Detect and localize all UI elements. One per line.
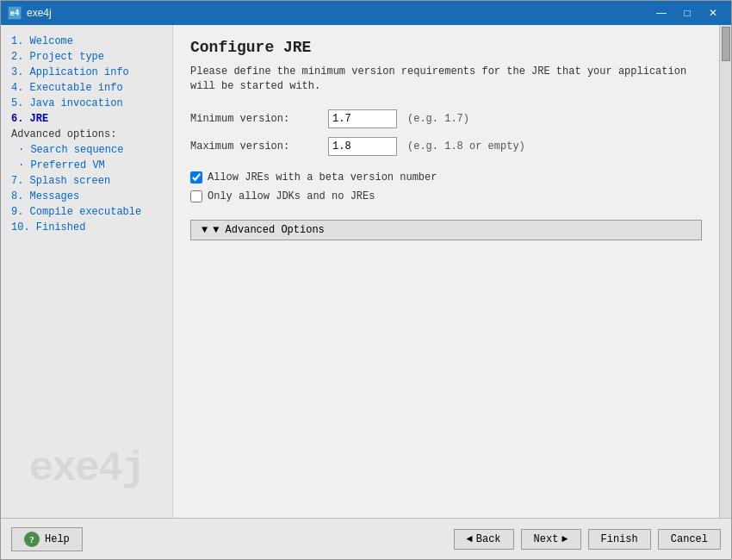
only-jdk-label: Only allow JDKs and no JREs <box>208 190 375 202</box>
window-controls: — □ ✕ <box>650 4 724 22</box>
sidebar-item-compile-executable[interactable]: 9. Compile executable <box>1 204 172 220</box>
sidebar-item-finished[interactable]: 10. Finished <box>1 220 172 235</box>
help-label: Help <box>45 533 70 545</box>
main-window: e4 exe4j — □ ✕ 1. Welcome 2. Project typ… <box>0 0 732 560</box>
sidebar-item-messages[interactable]: 8. Messages <box>1 189 172 204</box>
sidebar-item-search-sequence[interactable]: · Search sequence <box>1 142 172 158</box>
app-icon: e4 <box>8 6 22 20</box>
sidebar-item-jre[interactable]: 6. JRE <box>1 111 172 127</box>
sidebar-item-preferred-vm[interactable]: · Preferred VM <box>1 158 172 173</box>
advanced-options-button[interactable]: ▼ ▼ Advanced Options <box>190 220 702 240</box>
allow-beta-checkbox[interactable] <box>190 171 202 184</box>
sidebar-item-application-info[interactable]: 3. Application info <box>1 65 172 80</box>
sidebar-watermark: exe4j <box>28 445 144 492</box>
next-label: Next <box>534 533 559 545</box>
minimum-version-input[interactable] <box>328 109 397 128</box>
help-button[interactable]: ? Help <box>11 527 83 551</box>
scroll-thumb[interactable] <box>722 27 730 61</box>
sidebar-item-welcome[interactable]: 1. Welcome <box>1 34 172 49</box>
sidebar-item-project-type[interactable]: 2. Project type <box>1 49 172 65</box>
advanced-options-chevron-icon: ▼ <box>202 224 208 236</box>
minimum-version-label: Minimum version: <box>190 113 328 125</box>
advanced-options-label: ▼ Advanced Options <box>213 224 325 236</box>
back-label: Back <box>476 533 501 545</box>
maximum-version-row: Maximum version: (e.g. 1.8 or empty) <box>190 137 702 156</box>
page-title: Configure JRE <box>190 39 702 56</box>
window-title: exe4j <box>27 7 650 19</box>
back-button[interactable]: ◄ Back <box>454 529 514 550</box>
maximum-version-input[interactable] <box>328 137 397 156</box>
maximize-button[interactable]: □ <box>676 4 698 22</box>
maximum-version-hint: (e.g. 1.8 or empty) <box>407 140 525 152</box>
only-jdk-checkbox[interactable] <box>190 190 202 202</box>
sidebar-item-executable-info[interactable]: 4. Executable info <box>1 80 172 96</box>
minimum-version-hint: (e.g. 1.7) <box>407 113 469 125</box>
footer: ? Help ◄ Back Next ► Finish Cancel <box>1 518 731 559</box>
cancel-button[interactable]: Cancel <box>658 529 721 550</box>
sidebar-item-splash-screen[interactable]: 7. Splash screen <box>1 173 172 189</box>
allow-beta-row: Allow JREs with a beta version number <box>190 171 702 184</box>
only-jdk-row: Only allow JDKs and no JREs <box>190 190 702 202</box>
sidebar-item-java-invocation[interactable]: 5. Java invocation <box>1 96 172 111</box>
back-icon: ◄ <box>467 533 473 545</box>
finish-button[interactable]: Finish <box>588 529 651 550</box>
sidebar-advanced-options-label: Advanced options: <box>1 127 172 142</box>
close-button[interactable]: ✕ <box>702 4 724 22</box>
minimum-version-row: Minimum version: (e.g. 1.7) <box>190 109 702 128</box>
page-description: Please define the minimum version requir… <box>190 65 702 94</box>
titlebar: e4 exe4j — □ ✕ <box>1 1 731 25</box>
minimize-button[interactable]: — <box>650 4 673 22</box>
maximum-version-label: Maximum version: <box>190 140 328 152</box>
next-icon: ► <box>561 533 568 545</box>
next-button[interactable]: Next ► <box>521 529 581 550</box>
help-icon: ? <box>24 532 40 547</box>
main-content: 1. Welcome 2. Project type 3. Applicatio… <box>1 25 731 518</box>
content-area: Configure JRE Please define the minimum … <box>173 25 731 518</box>
content-panel: Configure JRE Please define the minimum … <box>173 25 719 518</box>
sidebar: 1. Welcome 2. Project type 3. Applicatio… <box>1 25 173 518</box>
allow-beta-label: Allow JREs with a beta version number <box>208 171 437 184</box>
scrollbar[interactable] <box>719 25 731 518</box>
